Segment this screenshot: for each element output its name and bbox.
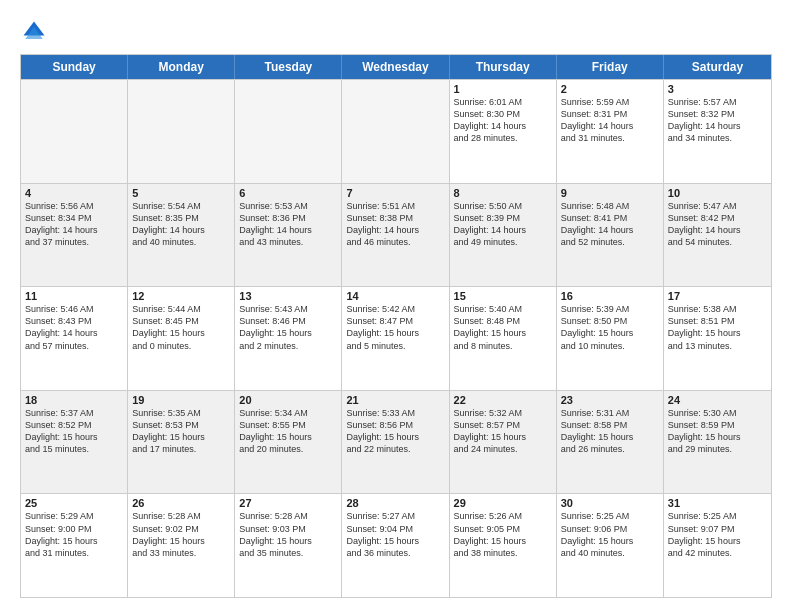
- calendar-cell-6: 6Sunrise: 5:53 AM Sunset: 8:36 PM Daylig…: [235, 184, 342, 287]
- calendar-cell-empty-0-1: [128, 80, 235, 183]
- day-number: 14: [346, 290, 444, 302]
- calendar-cell-9: 9Sunrise: 5:48 AM Sunset: 8:41 PM Daylig…: [557, 184, 664, 287]
- calendar-cell-18: 18Sunrise: 5:37 AM Sunset: 8:52 PM Dayli…: [21, 391, 128, 494]
- day-number: 6: [239, 187, 337, 199]
- cell-info: Sunrise: 5:25 AM Sunset: 9:06 PM Dayligh…: [561, 510, 659, 559]
- header-day-sunday: Sunday: [21, 55, 128, 79]
- cell-info: Sunrise: 5:38 AM Sunset: 8:51 PM Dayligh…: [668, 303, 767, 352]
- calendar-cell-empty-0-0: [21, 80, 128, 183]
- calendar-cell-23: 23Sunrise: 5:31 AM Sunset: 8:58 PM Dayli…: [557, 391, 664, 494]
- calendar-row-3: 11Sunrise: 5:46 AM Sunset: 8:43 PM Dayli…: [21, 286, 771, 390]
- calendar-cell-14: 14Sunrise: 5:42 AM Sunset: 8:47 PM Dayli…: [342, 287, 449, 390]
- cell-info: Sunrise: 5:50 AM Sunset: 8:39 PM Dayligh…: [454, 200, 552, 249]
- cell-info: Sunrise: 5:44 AM Sunset: 8:45 PM Dayligh…: [132, 303, 230, 352]
- header-day-thursday: Thursday: [450, 55, 557, 79]
- page: SundayMondayTuesdayWednesdayThursdayFrid…: [0, 0, 792, 612]
- day-number: 29: [454, 497, 552, 509]
- day-number: 22: [454, 394, 552, 406]
- day-number: 20: [239, 394, 337, 406]
- calendar-cell-31: 31Sunrise: 5:25 AM Sunset: 9:07 PM Dayli…: [664, 494, 771, 597]
- calendar-cell-2: 2Sunrise: 5:59 AM Sunset: 8:31 PM Daylig…: [557, 80, 664, 183]
- day-number: 16: [561, 290, 659, 302]
- cell-info: Sunrise: 6:01 AM Sunset: 8:30 PM Dayligh…: [454, 96, 552, 145]
- day-number: 23: [561, 394, 659, 406]
- calendar-header: SundayMondayTuesdayWednesdayThursdayFrid…: [21, 55, 771, 79]
- calendar-cell-26: 26Sunrise: 5:28 AM Sunset: 9:02 PM Dayli…: [128, 494, 235, 597]
- calendar-cell-25: 25Sunrise: 5:29 AM Sunset: 9:00 PM Dayli…: [21, 494, 128, 597]
- calendar: SundayMondayTuesdayWednesdayThursdayFrid…: [20, 54, 772, 598]
- calendar-cell-empty-0-3: [342, 80, 449, 183]
- calendar-cell-15: 15Sunrise: 5:40 AM Sunset: 8:48 PM Dayli…: [450, 287, 557, 390]
- day-number: 2: [561, 83, 659, 95]
- cell-info: Sunrise: 5:56 AM Sunset: 8:34 PM Dayligh…: [25, 200, 123, 249]
- calendar-cell-11: 11Sunrise: 5:46 AM Sunset: 8:43 PM Dayli…: [21, 287, 128, 390]
- cell-info: Sunrise: 5:57 AM Sunset: 8:32 PM Dayligh…: [668, 96, 767, 145]
- day-number: 31: [668, 497, 767, 509]
- calendar-cell-21: 21Sunrise: 5:33 AM Sunset: 8:56 PM Dayli…: [342, 391, 449, 494]
- day-number: 26: [132, 497, 230, 509]
- header-day-saturday: Saturday: [664, 55, 771, 79]
- day-number: 19: [132, 394, 230, 406]
- cell-info: Sunrise: 5:39 AM Sunset: 8:50 PM Dayligh…: [561, 303, 659, 352]
- calendar-cell-16: 16Sunrise: 5:39 AM Sunset: 8:50 PM Dayli…: [557, 287, 664, 390]
- cell-info: Sunrise: 5:28 AM Sunset: 9:02 PM Dayligh…: [132, 510, 230, 559]
- calendar-cell-8: 8Sunrise: 5:50 AM Sunset: 8:39 PM Daylig…: [450, 184, 557, 287]
- cell-info: Sunrise: 5:29 AM Sunset: 9:00 PM Dayligh…: [25, 510, 123, 559]
- calendar-cell-30: 30Sunrise: 5:25 AM Sunset: 9:06 PM Dayli…: [557, 494, 664, 597]
- calendar-body: 1Sunrise: 6:01 AM Sunset: 8:30 PM Daylig…: [21, 79, 771, 597]
- calendar-cell-1: 1Sunrise: 6:01 AM Sunset: 8:30 PM Daylig…: [450, 80, 557, 183]
- day-number: 30: [561, 497, 659, 509]
- day-number: 15: [454, 290, 552, 302]
- day-number: 8: [454, 187, 552, 199]
- calendar-row-2: 4Sunrise: 5:56 AM Sunset: 8:34 PM Daylig…: [21, 183, 771, 287]
- calendar-cell-3: 3Sunrise: 5:57 AM Sunset: 8:32 PM Daylig…: [664, 80, 771, 183]
- calendar-row-1: 1Sunrise: 6:01 AM Sunset: 8:30 PM Daylig…: [21, 79, 771, 183]
- day-number: 21: [346, 394, 444, 406]
- calendar-cell-27: 27Sunrise: 5:28 AM Sunset: 9:03 PM Dayli…: [235, 494, 342, 597]
- calendar-cell-5: 5Sunrise: 5:54 AM Sunset: 8:35 PM Daylig…: [128, 184, 235, 287]
- calendar-cell-22: 22Sunrise: 5:32 AM Sunset: 8:57 PM Dayli…: [450, 391, 557, 494]
- cell-info: Sunrise: 5:47 AM Sunset: 8:42 PM Dayligh…: [668, 200, 767, 249]
- cell-info: Sunrise: 5:53 AM Sunset: 8:36 PM Dayligh…: [239, 200, 337, 249]
- day-number: 11: [25, 290, 123, 302]
- calendar-cell-empty-0-2: [235, 80, 342, 183]
- day-number: 27: [239, 497, 337, 509]
- calendar-row-4: 18Sunrise: 5:37 AM Sunset: 8:52 PM Dayli…: [21, 390, 771, 494]
- day-number: 25: [25, 497, 123, 509]
- header: [20, 18, 772, 46]
- cell-info: Sunrise: 5:42 AM Sunset: 8:47 PM Dayligh…: [346, 303, 444, 352]
- cell-info: Sunrise: 5:27 AM Sunset: 9:04 PM Dayligh…: [346, 510, 444, 559]
- day-number: 10: [668, 187, 767, 199]
- logo-icon: [20, 18, 48, 46]
- calendar-cell-10: 10Sunrise: 5:47 AM Sunset: 8:42 PM Dayli…: [664, 184, 771, 287]
- cell-info: Sunrise: 5:54 AM Sunset: 8:35 PM Dayligh…: [132, 200, 230, 249]
- day-number: 5: [132, 187, 230, 199]
- day-number: 9: [561, 187, 659, 199]
- logo: [20, 18, 52, 46]
- cell-info: Sunrise: 5:28 AM Sunset: 9:03 PM Dayligh…: [239, 510, 337, 559]
- calendar-cell-13: 13Sunrise: 5:43 AM Sunset: 8:46 PM Dayli…: [235, 287, 342, 390]
- cell-info: Sunrise: 5:59 AM Sunset: 8:31 PM Dayligh…: [561, 96, 659, 145]
- cell-info: Sunrise: 5:43 AM Sunset: 8:46 PM Dayligh…: [239, 303, 337, 352]
- cell-info: Sunrise: 5:32 AM Sunset: 8:57 PM Dayligh…: [454, 407, 552, 456]
- day-number: 13: [239, 290, 337, 302]
- day-number: 28: [346, 497, 444, 509]
- header-day-wednesday: Wednesday: [342, 55, 449, 79]
- header-day-tuesday: Tuesday: [235, 55, 342, 79]
- header-day-monday: Monday: [128, 55, 235, 79]
- calendar-cell-20: 20Sunrise: 5:34 AM Sunset: 8:55 PM Dayli…: [235, 391, 342, 494]
- day-number: 24: [668, 394, 767, 406]
- cell-info: Sunrise: 5:34 AM Sunset: 8:55 PM Dayligh…: [239, 407, 337, 456]
- day-number: 17: [668, 290, 767, 302]
- calendar-cell-24: 24Sunrise: 5:30 AM Sunset: 8:59 PM Dayli…: [664, 391, 771, 494]
- calendar-cell-29: 29Sunrise: 5:26 AM Sunset: 9:05 PM Dayli…: [450, 494, 557, 597]
- calendar-cell-4: 4Sunrise: 5:56 AM Sunset: 8:34 PM Daylig…: [21, 184, 128, 287]
- cell-info: Sunrise: 5:40 AM Sunset: 8:48 PM Dayligh…: [454, 303, 552, 352]
- calendar-cell-28: 28Sunrise: 5:27 AM Sunset: 9:04 PM Dayli…: [342, 494, 449, 597]
- calendar-row-5: 25Sunrise: 5:29 AM Sunset: 9:00 PM Dayli…: [21, 493, 771, 597]
- cell-info: Sunrise: 5:46 AM Sunset: 8:43 PM Dayligh…: [25, 303, 123, 352]
- calendar-cell-7: 7Sunrise: 5:51 AM Sunset: 8:38 PM Daylig…: [342, 184, 449, 287]
- day-number: 18: [25, 394, 123, 406]
- day-number: 1: [454, 83, 552, 95]
- calendar-cell-17: 17Sunrise: 5:38 AM Sunset: 8:51 PM Dayli…: [664, 287, 771, 390]
